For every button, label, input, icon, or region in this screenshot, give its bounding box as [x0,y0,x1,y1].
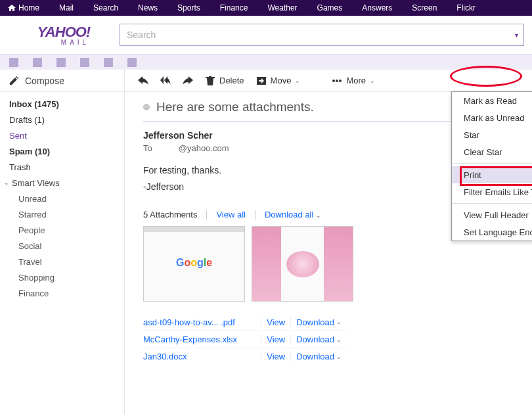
sidebar: Compose Inbox (1475) Drafts (1) Sent Spa… [0,70,125,414]
notes-icon[interactable] [80,58,89,67]
messenger-icon[interactable] [104,58,113,67]
menu-clear-star[interactable]: Clear StarShift+L [452,143,532,160]
file-view-link[interactable]: View [261,352,290,361]
smart-people[interactable]: People [0,222,124,238]
mail-icon[interactable] [9,58,18,67]
file-name-link[interactable]: McCarthy-Expenses.xlsx [143,334,261,344]
svg-point-2 [336,80,338,82]
nav-weather[interactable]: Weather [267,3,297,12]
file-download-link[interactable]: Download⌄ [290,334,347,344]
menu-mark-unread[interactable]: Mark as UnreadShift+K [452,109,532,126]
file-row: McCarthy-Expenses.xlsx View Download⌄ [143,331,347,348]
chevron-down-icon: ⌄ [295,78,300,84]
nav-flickr[interactable]: Flickr [456,3,476,12]
trash-icon [205,76,215,85]
file-row: asd-t09-how-to-av... .pdf View Download⌄ [143,313,347,331]
chevron-down-icon: ⌄ [370,78,375,84]
subject-text: Here are some attachments. [156,100,314,114]
icon-bar [0,55,532,70]
nav-games[interactable]: Games [317,3,343,12]
reply-icon[interactable] [138,76,148,85]
home-icon [8,5,16,11]
smart-travel[interactable]: Travel [0,254,124,269]
folder-sent[interactable]: Sent [0,127,124,143]
top-nav: Home Mail Search News Sports Finance Wea… [0,0,532,16]
menu-separator [452,163,532,164]
attachment-count: 5 Attachments [143,210,197,219]
folder-list: Inbox (1475) Drafts (1) Sent Spam (10) T… [0,92,124,301]
folder-inbox[interactable]: Inbox (1475) [0,96,124,112]
logo[interactable]: YAHOO! MAIL [8,24,120,46]
folder-drafts[interactable]: Drafts (1) [0,112,124,127]
chevron-down-icon: ⌄ [336,319,342,325]
smart-social[interactable]: Social [0,238,124,254]
file-row: Jan30.docx View Download⌄ [143,348,347,365]
chevron-down-icon: ⌄ [336,336,342,343]
menu-mark-read[interactable]: Mark as ReadK [452,92,532,109]
folder-trash[interactable]: Trash [0,159,124,175]
search-input[interactable]: Search ▾ [120,24,524,46]
unread-dot-icon [143,104,150,110]
compose-button[interactable]: Compose [0,70,124,92]
attachment-thumb[interactable] [252,226,353,302]
smart-starred[interactable]: Starred [0,206,124,222]
nav-search[interactable]: Search [93,3,118,12]
smart-unread[interactable]: Unread [0,191,124,206]
to-label: To [143,143,152,153]
menu-separator [452,203,532,204]
nav-sports[interactable]: Sports [177,3,200,12]
nav-home[interactable]: Home [8,3,39,12]
menu-print[interactable]: PrintP [452,166,532,183]
menu-filter[interactable]: Filter Emails Like This... [452,183,532,200]
nav-screen[interactable]: Screen [412,3,437,12]
chevron-down-icon[interactable]: ▾ [515,32,518,39]
svg-point-3 [339,80,342,82]
folder-move-icon [256,76,267,85]
forward-icon[interactable] [183,76,193,85]
nav-answers[interactable]: Answers [362,3,392,12]
folder-spam[interactable]: Spam (10) [0,143,124,159]
calendar-icon[interactable] [56,58,66,67]
to-address[interactable]: @yahoo.com [179,143,229,153]
nav-finance[interactable]: Finance [220,3,248,12]
message-toolbar: Delete Move ⌄ More ⌄ [125,70,532,92]
file-view-link[interactable]: View [261,317,290,327]
attachment-file-list: asd-t09-how-to-av... .pdf View Download⌄… [143,313,347,365]
search-placeholder: Search [127,30,156,40]
more-menu: Mark as ReadK Mark as UnreadShift+K Star… [451,91,532,241]
smart-finance[interactable]: Finance [0,285,124,301]
file-name-link[interactable]: Jan30.docx [143,352,261,361]
file-name-link[interactable]: asd-t09-how-to-av... .pdf [143,317,261,327]
attachment-thumb[interactable]: Google [143,226,245,302]
reply-all-icon[interactable] [160,76,171,85]
header: YAHOO! MAIL Search ▾ [0,16,532,55]
menu-star[interactable]: StarL [452,126,532,143]
more-button[interactable]: More ⌄ [332,76,375,85]
delete-button[interactable]: Delete [205,76,244,85]
contacts-icon[interactable] [33,58,42,67]
chevron-down-icon: ⌄ [4,179,9,186]
nav-news[interactable]: News [138,3,158,12]
move-button[interactable]: Move ⌄ [256,76,301,85]
logo-product: MAIL [61,39,89,46]
smart-views-toggle[interactable]: ⌄Smart Views [0,175,124,191]
news-icon[interactable] [127,58,137,67]
more-icon [332,76,342,85]
pencil-icon [9,76,18,85]
smart-shopping[interactable]: Shopping [0,269,124,285]
svg-point-1 [332,80,335,82]
file-view-link[interactable]: View [261,334,290,344]
file-download-link[interactable]: Download⌄ [290,352,347,361]
file-download-link[interactable]: Download⌄ [290,317,347,327]
download-all-link[interactable]: Download all ⌄ [265,210,321,219]
chevron-down-icon: ⌄ [336,354,342,360]
view-all-link[interactable]: View all [216,210,246,219]
nav-mail[interactable]: Mail [59,3,74,12]
main-pane: Delete Move ⌄ More ⌄ Here are some attac… [125,70,532,414]
menu-encoding[interactable]: Set Language Encoding... [452,223,532,241]
chevron-down-icon: ⌄ [316,212,321,219]
menu-full-header[interactable]: View Full Header [452,206,532,223]
